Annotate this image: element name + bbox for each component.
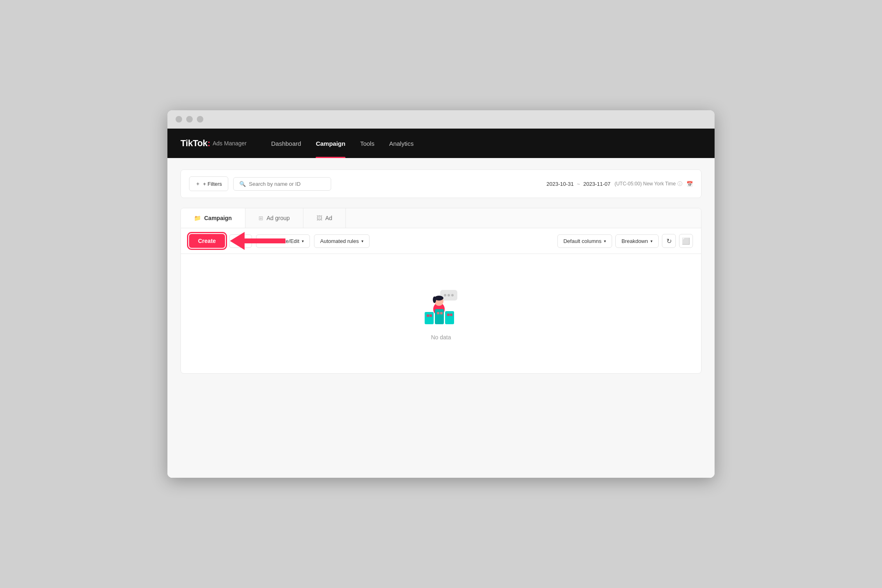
search-box[interactable]: 🔍 [233,177,331,191]
empty-text: No data [431,334,451,341]
svg-rect-9 [435,309,444,324]
svg-rect-16 [450,314,452,316]
top-nav: TikTok: Ads Manager Dashboard Campaign T… [167,129,715,158]
export-icon: ⬜ [682,237,690,245]
browser-dot-green [197,116,203,122]
calendar-icon[interactable]: 📅 [686,181,693,187]
date-range[interactable]: 2023-10-31 ~ 2023-11-07 [546,181,610,187]
svg-rect-15 [447,314,450,316]
automated-chevron-icon: ▾ [361,239,363,243]
tab-bar: 📁 Campaign ⊞ Ad group 🖼 Ad [181,208,701,228]
empty-state: No data [181,254,701,373]
browser-dot-red [176,116,182,122]
filter-label: + Filters [203,181,222,187]
filter-right: 2023-10-31 ~ 2023-11-07 (UTC-05:00) New … [546,180,693,187]
tab-ad[interactable]: 🖼 Ad [303,208,346,228]
nav-item-dashboard[interactable]: Dashboard [271,129,301,158]
adgroup-tab-icon: ⊞ [258,215,263,221]
adgroup-tab-label: Ad group [267,215,290,221]
create-button[interactable]: Create [189,234,225,248]
refresh-icon: ↻ [666,237,672,245]
filter-button[interactable]: ＋ + Filters [189,176,228,191]
browser-dot-yellow [186,116,193,122]
arrow-head [230,232,245,250]
nav-item-analytics[interactable]: Analytics [389,129,414,158]
date-separator: ~ [577,181,580,187]
default-columns-label: Default columns [564,238,601,244]
automated-label: Automated rules [320,238,359,244]
search-input[interactable] [249,181,325,187]
app-content: TikTok: Ads Manager Dashboard Campaign T… [167,129,715,478]
svg-rect-8 [425,312,434,324]
filter-icon: ＋ [195,180,200,187]
svg-rect-11 [427,314,429,317]
breakdown-label: Breakdown [621,238,648,244]
logo-dot: : [207,138,210,148]
main-area: ＋ + Filters 🔍 2023-10-31 ~ 2023-11-07 [167,158,715,478]
svg-rect-13 [437,312,439,314]
svg-rect-10 [445,311,454,324]
date-end: 2023-11-07 [583,181,610,187]
logo: TikTok: Ads Manager [180,138,247,149]
browser-window: TikTok: Ads Manager Dashboard Campaign T… [167,110,715,478]
svg-point-1 [444,294,446,296]
search-icon: 🔍 [239,181,246,187]
filter-bar: ＋ + Filters 🔍 2023-10-31 ~ 2023-11-07 [180,169,702,198]
tab-adgroup[interactable]: ⊞ Ad group [245,208,303,228]
breakdown-chevron-icon: ▾ [650,239,653,243]
nav-item-campaign[interactable]: Campaign [316,129,345,158]
date-start: 2023-10-31 [546,181,574,187]
arrow-body [245,238,285,243]
default-columns-button[interactable]: Default columns ▾ [557,234,612,248]
refresh-button[interactable]: ↻ [662,234,676,248]
toolbar: Create Edit Bulk create/Edit ▾ Automated… [181,228,701,254]
nav-items: Dashboard Campaign Tools Analytics [271,129,414,158]
svg-rect-12 [430,314,432,317]
timezone-info: (UTC-05:00) New York Time ⓘ [615,180,682,187]
logo-tiktok: TikTok: [180,138,210,149]
campaign-tab-icon: 📁 [194,215,201,221]
toolbar-right: Default columns ▾ Breakdown ▾ ↻ ⬜ [557,234,693,248]
browser-chrome [167,110,715,129]
nav-item-tools[interactable]: Tools [360,129,374,158]
tab-campaign[interactable]: 📁 Campaign [181,208,245,228]
filter-left: ＋ + Filters 🔍 [189,176,331,191]
svg-point-2 [448,294,450,296]
svg-rect-14 [440,312,443,314]
info-icon: ⓘ [677,180,682,187]
breakdown-button[interactable]: Breakdown ▾ [615,234,659,248]
ad-tab-icon: 🖼 [316,215,322,221]
timezone-label: (UTC-05:00) New York Time [615,181,676,187]
svg-point-3 [451,294,454,296]
campaign-tab-label: Campaign [204,215,232,221]
export-button[interactable]: ⬜ [679,234,693,248]
bulk-chevron-icon: ▾ [302,239,304,243]
empty-illustration-svg [416,287,466,327]
automated-rules-button[interactable]: Automated rules ▾ [314,234,370,248]
default-columns-chevron-icon: ▾ [604,239,606,243]
logo-ads-manager: Ads Manager [213,140,247,147]
empty-illustration [416,287,466,327]
ad-tab-label: Ad [325,215,332,221]
tab-section: 📁 Campaign ⊞ Ad group 🖼 Ad Create [180,208,702,374]
svg-point-7 [433,296,436,303]
arrow-annotation [230,232,285,250]
